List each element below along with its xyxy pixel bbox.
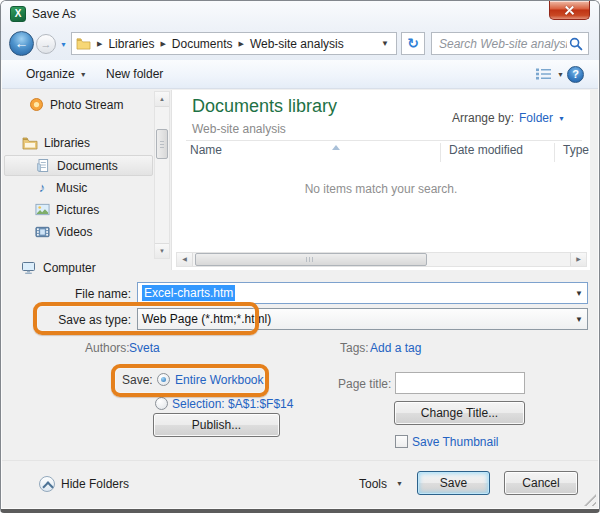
sidebar-item-music[interactable]: ♪ Music (4, 177, 153, 198)
selection-radio[interactable] (155, 397, 168, 410)
scrollbar-thumb[interactable] (195, 253, 427, 266)
save-as-type-combobox[interactable]: Web Page (*.htm;*.html) ▼ (137, 308, 588, 330)
file-name-combobox[interactable]: Excel-charts.htm ▼ (137, 282, 588, 304)
column-header-date-modified[interactable]: Date modified (449, 143, 523, 164)
refresh-icon: ↻ (407, 35, 419, 51)
organize-menu[interactable]: Organize ▼ (20, 60, 93, 88)
column-separator (554, 143, 555, 162)
save-as-type-value: Web Page (*.htm;*.html) (142, 312, 271, 326)
breadcrumb-documents[interactable]: Documents (172, 37, 233, 51)
sidebar-item-label: Photo Stream (50, 98, 123, 112)
videos-icon (34, 224, 50, 240)
photo-stream-icon (28, 97, 44, 113)
forward-button[interactable]: → (36, 34, 56, 54)
sidebar-item-libraries[interactable]: Libraries (4, 132, 153, 153)
search-icon (569, 37, 583, 51)
sidebar-item-photo-stream[interactable]: Photo Stream (4, 94, 153, 115)
hide-folders-button[interactable]: Hide Folders (39, 476, 129, 492)
search-input[interactable] (437, 36, 569, 52)
entire-workbook-option[interactable]: Entire Workbook (175, 373, 263, 387)
save-as-type-dropdown-icon[interactable]: ▼ (571, 315, 587, 324)
sidebar-item-videos[interactable]: Videos (4, 221, 153, 242)
entire-workbook-radio[interactable] (157, 373, 170, 386)
chevron-down-icon: ▼ (558, 115, 565, 122)
scroll-down-icon: ▼ (159, 248, 165, 254)
file-list-pane: Documents library Web-site analysis Arra… (171, 90, 590, 270)
pictures-icon (34, 202, 50, 218)
sidebar-item-label: Libraries (44, 136, 90, 150)
chevron-down-icon: ▼ (80, 71, 87, 78)
address-dropdown[interactable]: ▼ (378, 39, 392, 48)
file-name-dropdown-icon[interactable]: ▼ (571, 289, 587, 298)
sidebar-item-documents[interactable]: Documents (4, 155, 153, 176)
footer-divider (2, 460, 598, 461)
change-view-dropdown[interactable]: ▼ (557, 71, 564, 78)
library-title: Documents library (192, 96, 337, 117)
sidebar-item-pictures[interactable]: Pictures (4, 199, 153, 220)
page-title-input[interactable] (395, 372, 525, 394)
computer-icon (21, 260, 37, 276)
column-separator (440, 143, 441, 162)
save-as-dialog: X Save As ← → ▼ ▶ Libraries ▶ Documents … (0, 0, 600, 513)
column-header-name[interactable]: Name (190, 143, 222, 164)
publish-button[interactable]: Publish... (153, 413, 280, 437)
address-bar[interactable]: ▶ Libraries ▶ Documents ▶ Web-site analy… (71, 32, 397, 55)
authors-label: Authors: (85, 341, 130, 355)
change-title-button[interactable]: Change Title... (394, 401, 525, 425)
scrollbar-track[interactable] (193, 253, 570, 266)
sidebar-item-label: Documents (57, 159, 118, 173)
sidebar-item-label: Videos (56, 225, 92, 239)
back-arrow-icon: ← (15, 35, 29, 51)
hide-folders-label: Hide Folders (61, 477, 129, 491)
scroll-left-icon: ◀ (182, 256, 187, 262)
library-subtitle: Web-site analysis (192, 122, 286, 136)
scroll-right-button[interactable]: ▶ (570, 253, 586, 266)
change-view-button[interactable] (535, 67, 552, 85)
cancel-button-label: Cancel (522, 476, 559, 490)
sort-ascending-icon (332, 145, 340, 150)
publish-button-label: Publish... (192, 418, 241, 432)
title-bar: X Save As (1, 1, 599, 27)
save-button[interactable]: Save (417, 471, 490, 495)
scroll-up-button[interactable]: ▲ (155, 92, 169, 107)
tags-label: Tags: (340, 341, 369, 355)
save-thumbnail-checkbox[interactable] (395, 435, 408, 448)
scrollbar-thumb[interactable] (156, 129, 168, 159)
new-folder-button[interactable]: New folder (100, 60, 169, 88)
change-title-button-label: Change Title... (421, 406, 498, 420)
column-header-type[interactable]: Type (563, 143, 589, 164)
refresh-button[interactable]: ↻ (401, 32, 425, 55)
libraries-icon (22, 135, 38, 151)
recent-pages-dropdown[interactable]: ▼ (60, 41, 67, 48)
help-button[interactable]: ? (567, 66, 584, 83)
file-name-label: File name: (1, 287, 131, 301)
authors-value-link[interactable]: Sveta (129, 341, 160, 355)
arrange-by-dropdown[interactable]: Folder ▼ (519, 111, 565, 125)
page-title-label: Page title: (338, 377, 391, 391)
selection-option[interactable]: Selection: $A$1:$F$14 (172, 397, 293, 411)
organize-label: Organize (26, 67, 75, 81)
window-title: Save As (32, 7, 76, 21)
sidebar-scrollbar[interactable]: ▲ ▼ (154, 91, 170, 259)
add-a-tag-link[interactable]: Add a tag (370, 341, 421, 355)
file-name-value[interactable]: Excel-charts.htm (142, 285, 235, 301)
excel-app-icon: X (10, 6, 26, 22)
save-as-type-label: Save as type: (1, 313, 131, 327)
tools-dropdown[interactable]: Tools ▼ (349, 472, 413, 495)
sidebar-item-computer[interactable]: Computer (4, 257, 153, 278)
resize-grip[interactable] (584, 494, 596, 506)
arrange-by-value: Folder (519, 111, 553, 125)
cancel-button[interactable]: Cancel (504, 471, 578, 495)
chevron-up-circle-icon (39, 476, 55, 492)
forward-arrow-icon: → (41, 38, 52, 50)
help-icon: ? (572, 68, 579, 80)
scroll-left-button[interactable]: ◀ (177, 253, 193, 266)
file-list-horizontal-scrollbar[interactable]: ◀ ▶ (176, 252, 587, 267)
scroll-down-button[interactable]: ▼ (155, 243, 169, 258)
save-thumbnail-label[interactable]: Save Thumbnail (412, 435, 499, 449)
breadcrumb-web-site-analysis[interactable]: Web-site analysis (250, 37, 344, 51)
close-button[interactable] (549, 1, 590, 20)
sidebar-item-label: Pictures (56, 203, 99, 217)
breadcrumb-libraries[interactable]: Libraries (108, 37, 154, 51)
back-button[interactable]: ← (9, 31, 34, 56)
